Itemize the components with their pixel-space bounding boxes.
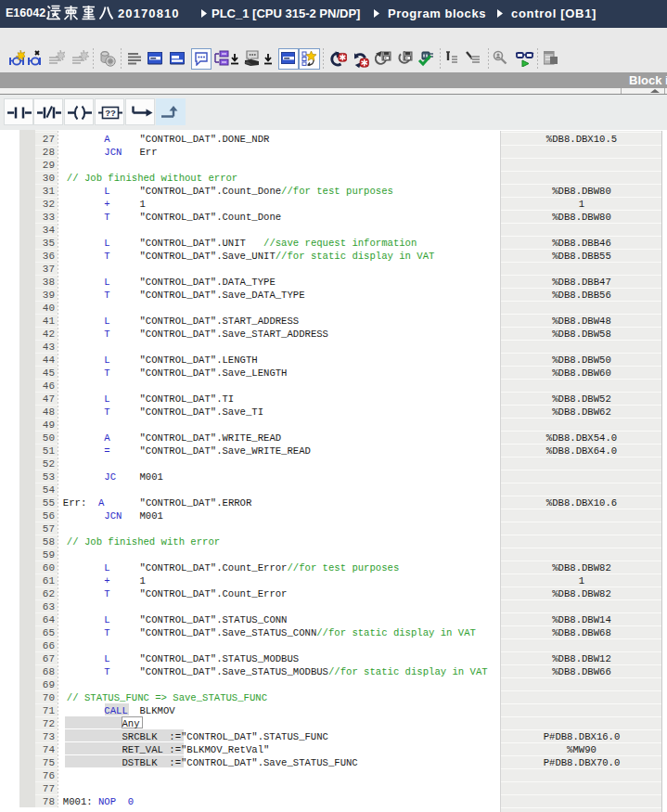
svg-text:??: ??	[105, 108, 116, 118]
